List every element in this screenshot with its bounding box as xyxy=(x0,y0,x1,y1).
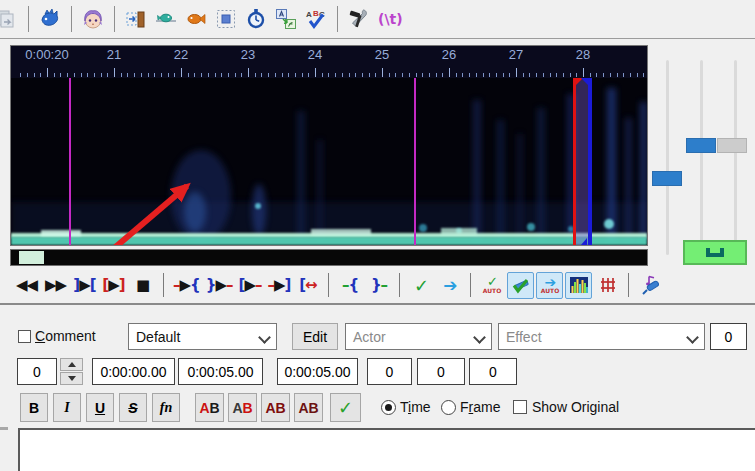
outline-color-button[interactable]: AB xyxy=(261,393,290,422)
toolbar-separator xyxy=(628,273,629,297)
toolbar-separator xyxy=(71,6,72,32)
toolbar-separator xyxy=(114,6,115,32)
play-500ms-before-button[interactable]: –▶{ xyxy=(171,272,202,299)
toolbar-separator xyxy=(399,273,400,297)
show-original-label[interactable]: Show Original xyxy=(532,399,619,415)
toolbar-separator xyxy=(28,6,29,32)
margin-right-field[interactable]: 0 xyxy=(417,358,465,385)
check-pen-icon xyxy=(511,275,531,295)
add-lead-in-button[interactable]: –{ xyxy=(336,272,363,299)
play-line-button[interactable]: [▶] xyxy=(100,272,127,299)
audio-scrollbar-thumb[interactable] xyxy=(19,251,44,264)
subtitle-text-input[interactable] xyxy=(18,428,755,471)
transform-tag-button[interactable]: (\t) xyxy=(374,11,407,27)
ruler-label: 22 xyxy=(174,47,188,62)
layer-spin-up-button[interactable] xyxy=(60,358,83,371)
tools-button[interactable] xyxy=(344,4,374,34)
end-time-field[interactable]: 0:00:05.00 xyxy=(178,358,263,385)
shadow-color-button[interactable]: AB xyxy=(294,393,323,422)
primary-color-button[interactable]: AB xyxy=(195,393,224,422)
play-selection-button[interactable]: ]▶[ xyxy=(71,272,98,299)
spectrum-mode-toggle[interactable] xyxy=(565,272,592,299)
teal-fish-button[interactable] xyxy=(151,4,181,34)
start-time-field[interactable]: 0:00:00.00 xyxy=(92,358,175,385)
play-prev-button[interactable]: ◀◀ xyxy=(13,272,40,299)
volume-slider-thumb[interactable] xyxy=(686,138,716,153)
bold-button[interactable]: B xyxy=(20,393,48,422)
audio-scrollbar[interactable] xyxy=(10,249,648,266)
time-radio-label[interactable]: Time xyxy=(400,399,431,415)
subtitle-editor-window: A B C (\t) 0:00:202122232425262728 xyxy=(0,0,755,471)
selection-end-handle[interactable] xyxy=(581,78,588,85)
toolbar-separator xyxy=(163,273,164,297)
play-first-500ms-button[interactable]: [▶– xyxy=(236,272,263,299)
vertical-zoom-slider-thumb[interactable] xyxy=(652,171,682,186)
add-lead-out-button[interactable]: }– xyxy=(365,272,392,299)
audio-display[interactable]: 0:00:202122232425262728 xyxy=(10,45,648,246)
time-radio[interactable] xyxy=(381,400,396,415)
subtitle-edit-panel: Comment Default Edit Actor Effect 0 0 0:… xyxy=(0,305,755,471)
comment-checkbox[interactable] xyxy=(18,330,31,343)
secondary-slider-track[interactable] xyxy=(734,60,737,255)
commit-button[interactable]: ✓ xyxy=(407,272,434,299)
hammer-wrench-icon xyxy=(348,8,370,30)
play-500ms-after-button[interactable]: }▶– xyxy=(204,272,235,299)
effect-combo[interactable]: Effect xyxy=(498,323,705,350)
selection-square-icon xyxy=(215,8,237,30)
auto-scroll-toggle[interactable]: ➔ AUTO xyxy=(536,272,563,299)
play-last-500ms-button[interactable]: –▶] xyxy=(265,272,292,299)
paste-lines-button[interactable] xyxy=(0,4,22,34)
audio-ruler: 0:00:202122232425262728 xyxy=(11,46,647,78)
vertical-zoom-slider-track[interactable] xyxy=(666,60,669,255)
spellcheck-button[interactable]: A B C xyxy=(301,4,331,34)
splitter-handle[interactable] xyxy=(0,427,8,430)
selection-square-button[interactable] xyxy=(211,4,241,34)
main-toolbar: A B C (\t) xyxy=(0,0,755,38)
ruler-label: 24 xyxy=(308,47,322,62)
play-to-end-button[interactable]: [↔ xyxy=(294,272,321,299)
duration-field[interactable]: 0:00:05.00 xyxy=(277,358,358,385)
edit-style-button[interactable]: Edit xyxy=(292,323,338,350)
go-to-selection-button[interactable]: ➔ xyxy=(436,272,463,299)
secondary-color-button[interactable]: AB xyxy=(228,393,257,422)
layer-spin-down-button[interactable] xyxy=(60,372,83,385)
style-select[interactable]: Default xyxy=(128,323,277,350)
door-arrow-button[interactable] xyxy=(121,4,151,34)
italic-button[interactable]: I xyxy=(53,393,81,422)
strikeout-button[interactable]: S xyxy=(119,393,147,422)
actor-combo[interactable]: Actor xyxy=(345,323,492,350)
ruler-label: 21 xyxy=(107,47,121,62)
auto-commit-toggle[interactable]: ✓ AUTO xyxy=(478,272,505,299)
margin-vertical-field[interactable]: 0 xyxy=(469,358,517,385)
commit-text-button[interactable]: ✓ xyxy=(330,393,361,422)
margin-left-field[interactable]: 0 xyxy=(367,358,412,385)
orange-fish-icon xyxy=(185,8,207,30)
stopwatch-icon xyxy=(245,8,267,30)
orange-fish-button[interactable] xyxy=(181,4,211,34)
paste-lines-icon xyxy=(0,8,18,30)
medusa-timing-toggle[interactable] xyxy=(594,272,621,299)
play-next-button[interactable]: ▶▶ xyxy=(42,272,69,299)
toolbar-separator xyxy=(337,6,338,32)
font-face-button[interactable]: fn xyxy=(152,393,180,422)
frame-radio[interactable] xyxy=(441,400,456,415)
volume-slider-track[interactable] xyxy=(700,60,703,255)
anime-face-button[interactable] xyxy=(78,4,108,34)
show-original-checkbox[interactable] xyxy=(513,400,527,414)
red-grid-icon xyxy=(598,275,618,295)
translate-boxes-button[interactable] xyxy=(271,4,301,34)
anime-face-icon xyxy=(82,8,104,30)
stopwatch-button[interactable] xyxy=(241,4,271,34)
selection-end-marker xyxy=(581,238,587,245)
link-sliders-button[interactable] xyxy=(683,240,747,265)
underline-button[interactable]: U xyxy=(86,393,114,422)
audio-selection[interactable] xyxy=(573,78,592,245)
spectrogram-canvas[interactable] xyxy=(11,78,647,245)
stop-button[interactable]: ■ xyxy=(129,272,156,299)
audio-toolbar: ◀◀ ▶▶ ]▶[ [▶] ■ –▶{ }▶– [▶– –▶] [↔ –{ }–… xyxy=(12,270,712,300)
secondary-slider-thumb[interactable] xyxy=(717,138,747,153)
auto-next-toggle[interactable] xyxy=(507,272,534,299)
blue-fish-button[interactable] xyxy=(35,4,65,34)
layer-field[interactable]: 0 xyxy=(17,358,57,385)
frame-radio-label[interactable]: Frame xyxy=(460,399,500,415)
